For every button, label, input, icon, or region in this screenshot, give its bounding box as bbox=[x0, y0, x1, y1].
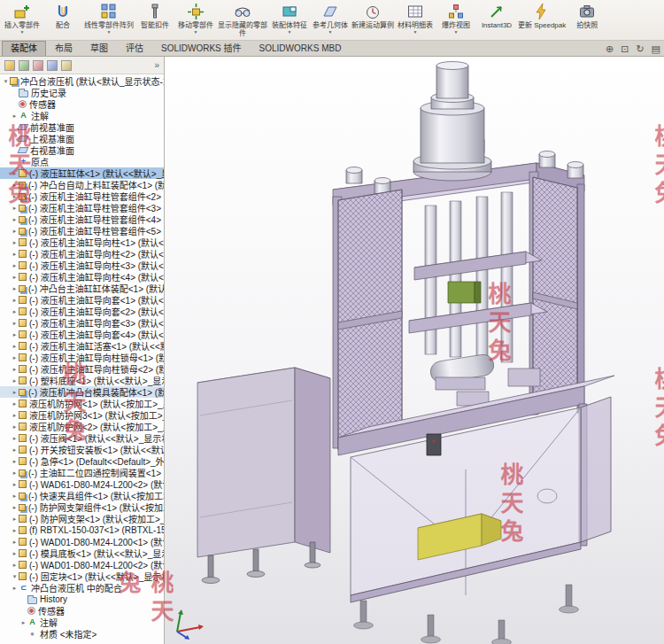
expand-arrow-icon[interactable]: ▸ bbox=[11, 547, 19, 559]
rotate-view-icon[interactable]: ↻ bbox=[632, 42, 647, 56]
expand-arrow-icon[interactable]: ▸ bbox=[19, 617, 27, 628]
expand-arrow-icon[interactable]: ▸ bbox=[11, 283, 19, 294]
tree-item[interactable]: ▸(-) WAD01-D80-M24-L200<1> (默认<<默 bbox=[0, 536, 164, 547]
expand-arrow-icon[interactable]: ▸ bbox=[11, 179, 19, 190]
tree-item[interactable]: ▸(-) 液压机主油缸导柱管套组件<4> (默认 bbox=[0, 213, 164, 225]
expand-arrow-icon[interactable]: ▸ bbox=[11, 329, 19, 340]
tree-item[interactable]: ▸(-) 液压机主油缸导向柱<1> (默认<<默认 bbox=[0, 237, 164, 248]
ribbon-button-smart-fasteners[interactable]: 智能扣件 bbox=[135, 1, 175, 39]
tree-item[interactable]: ▸(-) 急停<1> (Default<<Default>_外观显示 bbox=[0, 455, 164, 467]
expand-arrow-icon[interactable]: ▸ bbox=[11, 421, 19, 432]
expand-arrow-icon[interactable]: ▸ bbox=[11, 582, 19, 594]
tree-item[interactable]: ▸(-) 液压机主油缸导柱管套组件<3> (默认 bbox=[0, 202, 164, 213]
configurationmanager-tab[interactable] bbox=[33, 60, 43, 71]
tree-item[interactable]: ▸(-) 液压机主油缸导向套<4> (默认<<默认 bbox=[0, 329, 164, 340]
displaymanager-tab[interactable] bbox=[61, 60, 72, 71]
featuremanager-tab[interactable] bbox=[4, 60, 15, 71]
dropdown-arrow-icon[interactable]: ▼ bbox=[328, 30, 333, 35]
tree-item[interactable]: ▸液压机防护网<2> (默认<按加工>_显示 bbox=[0, 421, 164, 432]
expand-arrow-icon[interactable]: ▸ bbox=[11, 536, 19, 547]
tree-item[interactable]: ▸(-) 冲凸台主油缸缸体装配<1> (默认<<默 bbox=[0, 283, 164, 294]
expand-arrow-icon[interactable]: ▸ bbox=[11, 167, 19, 179]
tree-item[interactable]: ▸(-) 模具底板<1> (默认<<默认>_显示状态 bbox=[0, 547, 164, 559]
expand-arrow-icon[interactable]: ▸ bbox=[11, 455, 19, 467]
tree-item[interactable]: 传感器 bbox=[0, 605, 164, 617]
ribbon-button-show-hidden[interactable]: 显示隐藏的零部件 bbox=[216, 1, 269, 39]
ribbon-button-instant3d[interactable]: Instant3D bbox=[476, 1, 517, 39]
expand-arrow-icon[interactable]: ▸ bbox=[11, 225, 19, 237]
expand-arrow-icon[interactable]: ▸ bbox=[11, 260, 19, 271]
tab-4[interactable]: 评估 bbox=[117, 41, 152, 56]
tree-item[interactable]: ▸(-) 液压机主油缸导向柱锁母<2> (默认<< bbox=[0, 363, 164, 375]
tree-item[interactable]: History bbox=[0, 594, 164, 605]
tree-item[interactable]: ▸(-) 液压阀<1> (默认<<默认>_显示状态>) bbox=[0, 432, 164, 444]
expand-arrow-icon[interactable]: ▸ bbox=[11, 398, 19, 409]
mesh-guard-left[interactable] bbox=[338, 190, 402, 450]
expand-arrow-icon[interactable]: ▸ bbox=[11, 190, 19, 202]
tree-item[interactable]: 前视基准面 bbox=[0, 121, 164, 133]
display-style-icon[interactable]: ▤ bbox=[648, 42, 664, 56]
expand-arrow-icon[interactable]: ▸ bbox=[11, 559, 19, 570]
tree-item[interactable]: ▸(-) 液压缸缸体<1> (默认<<默认>_显示状 bbox=[0, 167, 164, 179]
viewport[interactable] bbox=[165, 57, 664, 644]
expand-arrow-icon[interactable]: ▸ bbox=[11, 340, 19, 352]
tree-item[interactable]: ▸(-) 主油缸二位四通控制阀装置<1> (默认 bbox=[0, 467, 164, 478]
tree-item[interactable]: ▸(-) 液压机主油缸导向套<3> (默认<<默认 bbox=[0, 317, 164, 329]
guide-columns[interactable] bbox=[425, 192, 513, 362]
expand-arrow-icon[interactable]: ▾ bbox=[11, 570, 19, 582]
expand-arrow-icon[interactable]: ▸ bbox=[11, 490, 19, 501]
tree-item[interactable]: ▸(-) 液压机主油缸活塞<1> (默认<<默认>_ bbox=[0, 340, 164, 352]
expand-arrow-icon[interactable]: ▸ bbox=[11, 524, 19, 536]
press-top-cylinder[interactable] bbox=[413, 62, 491, 182]
expand-arrow-icon[interactable]: ▸ bbox=[11, 409, 19, 421]
zoom-fit-icon[interactable]: ⊕ bbox=[602, 42, 617, 56]
tab-3[interactable]: 草图 bbox=[81, 41, 117, 56]
expand-arrow-icon[interactable]: ▸ bbox=[11, 271, 19, 283]
tree-item[interactable]: ▸(-) 液压机主油缸导向套<2> (默认<<默认 bbox=[0, 306, 164, 317]
expand-arrow-icon[interactable]: ▸ bbox=[11, 213, 19, 225]
expand-arrow-icon[interactable]: ▾ bbox=[2, 75, 10, 87]
tree-item[interactable]: ▸(-) 液压机主油缸导向柱<4> (默认<<默认 bbox=[0, 271, 164, 283]
dropdown-arrow-icon[interactable]: ▼ bbox=[454, 30, 459, 35]
tree-item[interactable]: ▸(-) 防护网支架<1> (默认<按加工>_显示 bbox=[0, 513, 164, 524]
dimxpertmanager-tab[interactable] bbox=[47, 60, 58, 71]
tree-item[interactable]: ▸A注解 bbox=[0, 617, 164, 628]
tree-item[interactable]: ▸(-) 冲凸台自动上料缸装配体<1> (默认< bbox=[0, 179, 164, 190]
tree-item[interactable]: ▸(-) 液压机主油缸导柱管套组件<2> (默认 bbox=[0, 190, 164, 202]
tree-item[interactable]: ▸(-) 塑料底座<1> (默认<<默认>_显示状态 bbox=[0, 375, 164, 386]
tree-item[interactable]: ▸(-) 开关按钮安装板<1> (默认<<默认>_显 bbox=[0, 444, 164, 455]
tree-item[interactable]: ▸(-) 防护网支架组件<1> (默认<按加工>_ bbox=[0, 501, 164, 513]
tree-item[interactable]: ▾(-) 固定块<1> (默认<<默认>_显示状态>) bbox=[0, 570, 164, 582]
tree-item[interactable]: ▸(-) 液压机主油缸导向柱锁母<1> (默认<< bbox=[0, 352, 164, 363]
tab-2[interactable]: 布局 bbox=[46, 41, 81, 56]
expand-arrow-icon[interactable]: ▸ bbox=[11, 317, 19, 329]
ribbon-button-move-component[interactable]: 移动零部件▼ bbox=[175, 1, 216, 39]
ribbon-button-assembly-features[interactable]: 装配体特征▼ bbox=[269, 1, 310, 39]
dropdown-arrow-icon[interactable]: ▼ bbox=[20, 30, 25, 35]
tree-item[interactable]: ▾冲凸台液压机 (默认<默认_显示状态-1>) bbox=[0, 75, 164, 87]
tree-item[interactable]: ▸(f) RBTXL-150-037<1> (RBTXL-150-037) bbox=[0, 524, 164, 536]
expand-arrow-icon[interactable]: ▸ bbox=[11, 352, 19, 363]
expand-arrow-icon[interactable]: ▸ bbox=[11, 248, 19, 260]
tab-5[interactable]: SOLIDWORKS 插件 bbox=[152, 41, 251, 56]
ribbon-button-linear-pattern[interactable]: 线性零部件阵列▼ bbox=[83, 1, 135, 39]
tree-item[interactable]: ●材质 <未指定> bbox=[0, 628, 164, 640]
tree-item[interactable]: ▸(-) 液压机主油缸导柱管套组件<5> (默认 bbox=[0, 225, 164, 237]
tree-item[interactable]: ▸(-) 液压机主油缸导向柱<3> (默认<<默认 bbox=[0, 260, 164, 271]
zoom-area-icon[interactable]: ⊡ bbox=[617, 42, 632, 56]
die-block[interactable] bbox=[448, 282, 481, 303]
tree-item[interactable]: ▸(-) 液压机主油缸导向柱<2> (默认<<默认 bbox=[0, 248, 164, 260]
ribbon-button-motion-study[interactable]: 新建运动算例 bbox=[351, 1, 395, 39]
tab-6[interactable]: SOLIDWORKS MBD bbox=[251, 41, 351, 56]
ribbon-button-bom[interactable]: 材料明细表▼ bbox=[395, 1, 436, 39]
tree-item[interactable]: +原点 bbox=[0, 156, 164, 167]
ribbon-button-reference-geometry[interactable]: 参考几何体▼ bbox=[310, 1, 351, 39]
dropdown-arrow-icon[interactable]: ▼ bbox=[288, 30, 292, 35]
expand-arrow-icon[interactable]: ▸ bbox=[11, 501, 19, 513]
tree-item[interactable]: ▸液压机防护网3<1> (默认<按加工>_显 bbox=[0, 409, 164, 421]
tree-item[interactable]: ▸A注解 bbox=[0, 110, 164, 121]
expand-arrow-icon[interactable]: ▸ bbox=[11, 306, 19, 317]
expand-arrow-icon[interactable]: ▸ bbox=[11, 444, 19, 455]
dropdown-arrow-icon[interactable]: ▼ bbox=[107, 30, 112, 35]
machine-3d-model[interactable] bbox=[165, 57, 664, 644]
